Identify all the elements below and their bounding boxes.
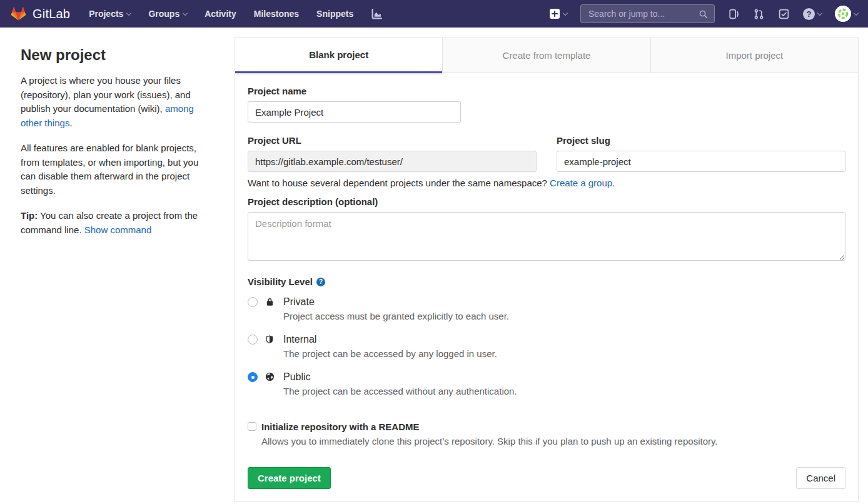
sidebar-paragraph-2: All features are enabled for blank proje…	[21, 141, 209, 198]
visibility-option-public: Public The project can be accessed witho…	[248, 370, 845, 398]
project-type-tabs: Blank project Create from template Impor…	[235, 38, 858, 73]
primary-nav: Projects Groups Activity Milestones Snip…	[89, 8, 383, 20]
user-menu-button[interactable]	[835, 6, 858, 22]
initialize-readme-label[interactable]: Initialize repository with a README	[261, 420, 718, 433]
user-avatar	[835, 6, 851, 22]
project-url-label: Project URL	[248, 135, 537, 146]
visibility-option-desc: Project access must be granted explicitl…	[283, 310, 509, 323]
question-icon[interactable]: ?	[316, 278, 325, 286]
chart-icon[interactable]	[371, 8, 383, 20]
page-title: New project	[21, 46, 209, 64]
create-a-group-link[interactable]: Create a group	[550, 178, 612, 188]
private-radio[interactable]	[248, 297, 258, 307]
initialize-readme-checkbox[interactable]	[248, 422, 256, 431]
tab-import-project[interactable]: Import project	[650, 38, 858, 73]
navbar-right: ?	[549, 4, 858, 23]
top-navbar: GitLab Projects Groups Activity Mileston…	[0, 0, 868, 28]
show-command-link[interactable]: Show command	[84, 224, 152, 235]
chevron-down-icon	[126, 10, 131, 15]
lock-icon	[265, 297, 275, 307]
project-slug-input[interactable]	[557, 151, 845, 172]
visibility-option-private: Private Project access must be granted e…	[248, 295, 845, 323]
chevron-down-icon	[563, 10, 568, 15]
internal-radio[interactable]	[248, 335, 258, 345]
initialize-readme-field: Initialize repository with a README Allo…	[248, 420, 845, 448]
project-url-input[interactable]	[248, 151, 537, 172]
plus-square-icon	[549, 8, 560, 19]
nav-item-projects[interactable]: Projects	[89, 9, 131, 19]
search-icon	[699, 9, 708, 19]
sidebar-tip: Tip: You can also create a project from …	[21, 209, 209, 237]
public-radio[interactable]	[248, 372, 258, 382]
nav-item-milestones[interactable]: Milestones	[254, 9, 299, 19]
help-icon: ?	[803, 8, 815, 20]
project-name-input[interactable]	[248, 101, 461, 123]
issues-icon[interactable]	[728, 8, 740, 20]
project-slug-label: Project slug	[557, 135, 845, 146]
new-project-panel: Blank project Create from template Impor…	[235, 38, 859, 502]
global-search[interactable]	[580, 4, 715, 23]
merge-requests-icon[interactable]	[753, 8, 765, 20]
help-menu-button[interactable]: ?	[803, 8, 822, 20]
visibility-option-internal: Internal The project can be accessed by …	[248, 333, 845, 361]
sidebar-paragraph-1: A project is where you house your files …	[21, 74, 209, 130]
project-name-label: Project name	[248, 86, 461, 96]
project-description-label: Project description (optional)	[248, 196, 845, 207]
chevron-down-icon	[854, 10, 859, 15]
cancel-button[interactable]: Cancel	[796, 467, 845, 489]
brand-wordmark: GitLab	[33, 7, 70, 21]
project-name-field: Project name	[248, 86, 461, 123]
project-description-field: Project description (optional)	[248, 196, 845, 263]
chevron-down-icon	[817, 10, 822, 15]
new-project-sidebar: New project A project is where you house…	[0, 28, 235, 248]
search-input[interactable]	[587, 8, 695, 19]
shield-icon	[265, 335, 275, 345]
nav-item-groups[interactable]: Groups	[148, 9, 187, 19]
project-description-textarea[interactable]	[248, 212, 845, 261]
visibility-option-name[interactable]: Internal	[283, 333, 497, 346]
blank-project-form: Project name Project URL Project slug Wa…	[235, 73, 858, 501]
project-slug-field: Project slug	[557, 135, 845, 172]
nav-item-snippets[interactable]: Snippets	[316, 9, 353, 19]
gitlab-logo	[10, 6, 27, 22]
nav-item-activity[interactable]: Activity	[204, 9, 236, 19]
visibility-option-desc: The project can be accessed without any …	[283, 385, 517, 398]
visibility-option-name[interactable]: Public	[283, 370, 517, 384]
tab-create-from-template[interactable]: Create from template	[442, 38, 650, 73]
visibility-level-label: Visibility Level	[248, 276, 313, 287]
new-menu-button[interactable]	[549, 8, 567, 19]
gitlab-home-link[interactable]: GitLab	[10, 6, 70, 22]
create-project-button[interactable]: Create project	[248, 467, 331, 489]
visibility-option-desc: The project can be accessed by any logge…	[283, 347, 497, 361]
visibility-option-name[interactable]: Private	[283, 295, 509, 309]
project-url-field: Project URL	[248, 135, 537, 172]
tab-blank-project[interactable]: Blank project	[235, 38, 442, 73]
chevron-down-icon	[183, 10, 188, 15]
todos-icon[interactable]	[778, 8, 790, 20]
globe-icon	[265, 372, 275, 381]
initialize-readme-desc: Allows you to immediately clone this pro…	[261, 435, 718, 448]
namespace-hint: Want to house several dependent projects…	[248, 178, 845, 188]
